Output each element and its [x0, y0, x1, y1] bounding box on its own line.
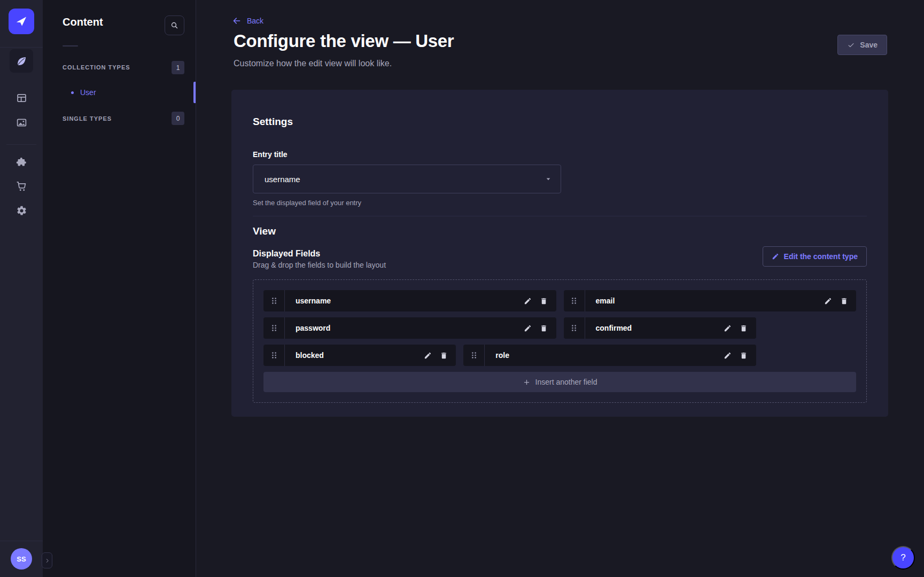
displayed-fields-title: Displayed Fields	[253, 248, 386, 259]
expand-sidebar-button[interactable]	[42, 552, 52, 568]
nav-content-manager[interactable]	[10, 49, 33, 73]
nav-settings[interactable]	[10, 199, 33, 222]
nav-content-type-builder[interactable]	[10, 86, 33, 110]
avatar[interactable]: SS	[11, 548, 32, 570]
save-button[interactable]: Save	[837, 35, 887, 55]
edit-field-button[interactable]	[520, 320, 536, 336]
save-label: Save	[860, 41, 878, 49]
gear-icon	[16, 205, 27, 216]
page-subtitle: Customize how the edit view will look li…	[234, 59, 392, 68]
trash-icon	[540, 297, 548, 305]
trash-icon	[840, 297, 848, 305]
field-name: username	[285, 297, 520, 305]
field-card-username[interactable]: username	[263, 290, 556, 311]
nav-media-library[interactable]	[10, 111, 33, 134]
pencil-icon	[772, 253, 779, 260]
edit-field-button[interactable]	[720, 347, 736, 363]
drag-dots-icon	[470, 351, 478, 360]
settings-heading: Settings	[253, 115, 867, 128]
drag-handle[interactable]	[263, 317, 285, 339]
cart-icon	[16, 181, 27, 192]
pencil-icon	[424, 352, 432, 360]
caret-down-icon	[544, 175, 553, 183]
subnav-title: Content	[63, 16, 103, 28]
entry-title-select[interactable]: username	[253, 165, 561, 193]
check-icon	[847, 41, 855, 49]
trash-icon	[540, 324, 548, 332]
trash-icon	[740, 324, 748, 332]
field-card-role[interactable]: role	[463, 345, 756, 366]
trash-icon	[740, 352, 748, 360]
drag-handle[interactable]	[263, 290, 285, 311]
pencil-icon	[724, 324, 732, 332]
edit-field-button[interactable]	[520, 293, 536, 309]
drag-dots-icon	[570, 324, 578, 332]
drag-dots-icon	[270, 297, 278, 305]
bullet-icon	[71, 91, 74, 94]
main-content: Back Configure the view — User Customize…	[197, 0, 924, 577]
view-heading: View	[253, 225, 867, 238]
delete-field-button[interactable]	[536, 320, 552, 336]
field-card-confirmed[interactable]: confirmed	[564, 317, 756, 339]
pencil-icon	[524, 324, 532, 332]
subnav-divider	[63, 45, 78, 46]
nav-plugins[interactable]	[10, 150, 33, 174]
field-name: role	[485, 351, 720, 360]
help-button[interactable]: ?	[891, 546, 915, 570]
field-card-password[interactable]: password	[263, 317, 556, 339]
pencil-write-icon	[16, 56, 27, 67]
rail-divider	[6, 144, 36, 145]
rail-divider	[0, 541, 43, 541]
entry-title-value: username	[265, 175, 300, 184]
delete-field-button[interactable]	[536, 293, 552, 309]
drag-handle[interactable]	[263, 345, 285, 366]
search-button[interactable]	[165, 15, 184, 35]
strapi-logo[interactable]	[9, 9, 34, 34]
trash-icon	[440, 352, 448, 360]
drag-dots-icon	[570, 297, 578, 305]
displayed-fields-header: Displayed Fields Drag & drop the fields …	[253, 248, 386, 270]
chevron-right-icon	[44, 558, 50, 564]
page-title: Configure the view — User	[234, 31, 454, 51]
edit-field-button[interactable]	[820, 293, 836, 309]
pencil-icon	[724, 352, 732, 360]
plus-icon	[523, 378, 531, 386]
configure-panel: Settings Entry title username Set the di…	[231, 90, 888, 417]
single-types-count-badge: 0	[172, 112, 184, 125]
edit-field-button[interactable]	[420, 347, 436, 363]
nav-marketplace[interactable]	[10, 174, 33, 198]
panel-divider	[253, 216, 867, 216]
delete-field-button[interactable]	[736, 320, 752, 336]
edit-content-type-button[interactable]: Edit the content type	[763, 246, 867, 267]
drag-handle[interactable]	[564, 317, 585, 339]
drag-handle[interactable]	[564, 290, 585, 311]
field-card-email[interactable]: email	[564, 290, 857, 311]
section-collection-types: COLLECTION TYPES	[63, 64, 130, 71]
insert-field-button[interactable]: Insert another field	[263, 372, 856, 392]
displayed-fields-subtitle: Drag & drop the fields to build the layo…	[253, 260, 386, 270]
puzzle-icon	[16, 157, 27, 168]
search-icon	[170, 21, 179, 30]
main-nav-rail: SS	[0, 0, 43, 577]
strapi-logo-icon	[14, 14, 28, 28]
field-name: confirmed	[585, 324, 720, 332]
delete-field-button[interactable]	[736, 347, 752, 363]
edit-field-button[interactable]	[720, 320, 736, 336]
field-name: blocked	[285, 351, 420, 360]
pencil-icon	[824, 297, 832, 305]
delete-field-button[interactable]	[836, 293, 852, 309]
drag-dots-icon	[270, 324, 278, 332]
content-subnav: Content COLLECTION TYPES 1 User SINGLE T…	[43, 0, 196, 577]
back-link[interactable]: Back	[232, 16, 263, 26]
sidebar-item-user[interactable]: User	[43, 80, 196, 105]
delete-field-button[interactable]	[436, 347, 452, 363]
rail-divider	[0, 47, 43, 48]
insert-field-label: Insert another field	[535, 378, 597, 386]
sidebar-item-label: User	[80, 88, 96, 97]
arrow-left-icon	[232, 16, 242, 26]
drag-dots-icon	[270, 351, 278, 360]
edit-content-type-label: Edit the content type	[784, 252, 858, 261]
entry-title-hint: Set the displayed field of your entry	[253, 199, 867, 207]
drag-handle[interactable]	[463, 345, 485, 366]
field-card-blocked[interactable]: blocked	[263, 345, 456, 366]
